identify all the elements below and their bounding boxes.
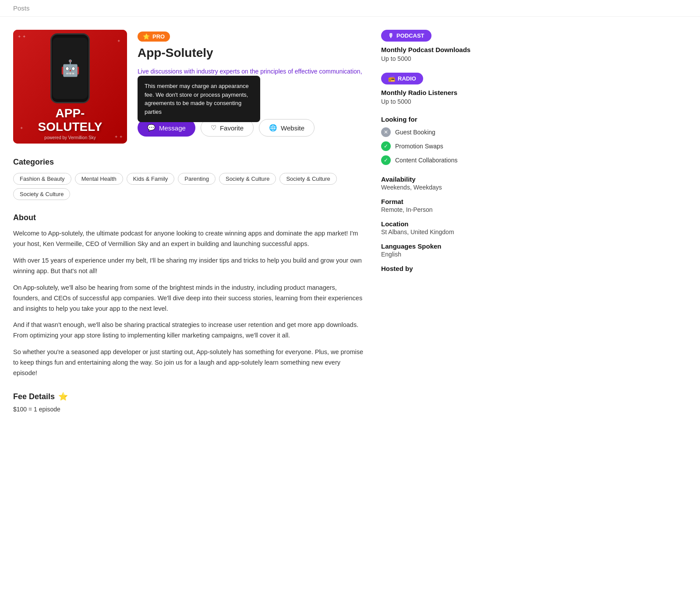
about-title: About <box>13 213 364 222</box>
categories-title: Categories <box>13 158 364 167</box>
location-label: Location <box>381 220 513 228</box>
tag-parenting[interactable]: Parenting <box>178 173 216 185</box>
tag-mental-health[interactable]: Mental Health <box>75 173 123 185</box>
categories-tags: Fashion & Beauty Mental Health Kids & Fa… <box>13 173 364 200</box>
format-value: Remote, In-Person <box>381 206 513 213</box>
fee-section: Fee Details ⭐ $100 = 1 episode <box>13 392 364 413</box>
radio-listeners-label: Monthly Radio Listeners <box>381 89 513 96</box>
categories-section: Categories Fashion & Beauty Mental Healt… <box>13 158 364 200</box>
profile-name: App-Solutely <box>138 46 364 60</box>
tag-kids-family[interactable]: Kids & Family <box>127 173 174 185</box>
right-sidebar: 🎙 PODCAST Monthly Podcast Downloads Up t… <box>381 30 513 426</box>
phone-mockup: 🤖 <box>50 33 90 103</box>
message-icon: 💬 <box>147 124 156 132</box>
format-row: Format Remote, In-Person <box>381 198 513 213</box>
tag-society2[interactable]: Society & Culture <box>279 173 336 185</box>
check-icon-2: ✓ <box>381 155 391 165</box>
x-icon: ✕ <box>381 127 391 137</box>
globe-icon: 🌐 <box>269 124 277 132</box>
languages-row: Languages Spoken English <box>381 242 513 258</box>
microphone-icon: 🎙 <box>388 32 394 39</box>
hosted-by-label: Hosted by <box>381 265 513 272</box>
radio-listeners-value: Up to 5000 <box>381 98 513 105</box>
podcast-downloads-value: Up to 5000 <box>381 55 513 62</box>
guest-booking-label: Guest Booking <box>395 129 435 136</box>
availability-label: Availability <box>381 176 513 183</box>
top-nav: Posts <box>0 0 700 17</box>
looking-for-label: Looking for <box>381 116 513 123</box>
about-p2: With over 15 years of experience under m… <box>13 256 364 277</box>
looking-for-section: Looking for ✕ Guest Booking ✓ Promotion … <box>381 116 513 165</box>
tag-fashion[interactable]: Fashion & Beauty <box>13 173 71 185</box>
radio-section: 📻 RADIO Monthly Radio Listeners Up to 50… <box>381 73 513 105</box>
app-logo: APP- SOLUTELY powered by Vermillion Sky <box>38 107 103 140</box>
about-p4: And if that wasn't enough, we'll also be… <box>13 320 364 341</box>
check-icon-1: ✓ <box>381 141 391 151</box>
podcast-badge: 🎙 PODCAST <box>381 30 431 42</box>
about-section: About Welcome to App-solutely, the ultim… <box>13 213 364 379</box>
profile-image: ✦ ✦ ✦ ✦ ✦ ✦ 🤖 APP- SOLUTELY pow <box>13 30 127 144</box>
tag-society1[interactable]: Society & Culture <box>219 173 276 185</box>
left-column: ✦ ✦ ✦ ✦ ✦ ✦ 🤖 APP- SOLUTELY pow <box>13 30 364 426</box>
about-p1: Welcome to App-solutely, the ultimate po… <box>13 228 364 249</box>
profile-info: ⭐ PRO App-Solutely This member may charg… <box>138 30 364 137</box>
tooltip-box: This member may charge an appearance fee… <box>138 76 260 122</box>
fee-star-icon: ⭐ <box>58 392 68 401</box>
website-button[interactable]: 🌐 Website <box>259 119 315 137</box>
posts-tab[interactable]: Posts <box>13 4 30 12</box>
podcast-section: 🎙 PODCAST Monthly Podcast Downloads Up t… <box>381 30 513 62</box>
availability-value: Weekends, Weekdays <box>381 184 513 191</box>
looking-for-guest-booking: ✕ Guest Booking <box>381 127 513 137</box>
location-row: Location St Albans, United Kingdom <box>381 220 513 235</box>
pro-star-icon: ⭐ <box>143 33 150 40</box>
languages-value: English <box>381 251 513 258</box>
fee-title: Fee Details ⭐ <box>13 392 364 401</box>
pro-badge: ⭐ PRO <box>138 32 170 42</box>
looking-for-content-collaborations: ✓ Content Collaborations <box>381 155 513 165</box>
promotion-swaps-label: Promotion Swaps <box>395 143 443 150</box>
about-p5: So whether you're a seasoned app develop… <box>13 347 364 379</box>
tag-society3[interactable]: Society & Culture <box>13 188 70 200</box>
format-label: Format <box>381 198 513 205</box>
languages-label: Languages Spoken <box>381 242 513 250</box>
profile-header: ✦ ✦ ✦ ✦ ✦ ✦ 🤖 APP- SOLUTELY pow <box>13 30 364 144</box>
podcast-downloads-label: Monthly Podcast Downloads <box>381 46 513 53</box>
location-value: St Albans, United Kingdom <box>381 228 513 235</box>
fee-item: $100 = 1 episode <box>13 406 364 413</box>
about-p3: On App-solutely, we'll also be hearing f… <box>13 283 364 314</box>
radio-badge: 📻 RADIO <box>381 73 423 84</box>
radio-icon: 📻 <box>388 75 395 82</box>
availability-row: Availability Weekends, Weekdays <box>381 176 513 191</box>
content-collaborations-label: Content Collaborations <box>395 157 457 164</box>
about-text: Welcome to App-solutely, the ultimate po… <box>13 228 364 379</box>
heart-icon: ♡ <box>211 124 216 132</box>
hosted-by-row: Hosted by <box>381 265 513 272</box>
looking-for-promotion-swaps: ✓ Promotion Swaps <box>381 141 513 151</box>
